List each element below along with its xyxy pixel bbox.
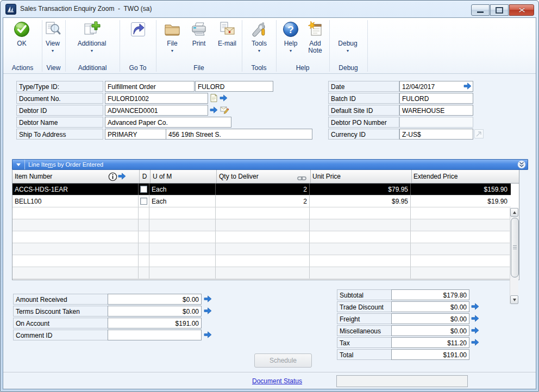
titlebar[interactable]: Sales Transaction Enquiry Zoom - TWO (sa… — [1, 1, 538, 17]
info-icon[interactable] — [108, 172, 116, 180]
table-row-empty[interactable] — [12, 243, 511, 255]
ok-button[interactable]: OK — [8, 20, 36, 64]
debtor-po-number-value[interactable] — [399, 117, 473, 128]
debtor-id-drilldown-arrow[interactable] — [210, 106, 218, 113]
group-label-file: File — [156, 64, 242, 72]
miscellaneous-drilldown-arrow[interactable] — [471, 327, 479, 334]
table-row-empty[interactable] — [12, 267, 511, 279]
total-value[interactable]: $191.00 — [391, 349, 469, 360]
email-button[interactable]: E-mail — [213, 20, 241, 64]
document-no-label: Document No. — [16, 93, 103, 104]
tools-button[interactable]: Tools ▼ — [247, 20, 272, 64]
date-value[interactable]: 12/04/2017 — [399, 81, 473, 92]
view-button[interactable]: View ▼ — [41, 20, 65, 64]
scroll-up-button[interactable] — [510, 208, 518, 217]
col-header-extended-price[interactable]: Extended Price — [413, 173, 457, 180]
table-row-empty[interactable] — [12, 255, 511, 267]
close-button[interactable] — [509, 4, 534, 16]
terms-discount-drilldown-arrow[interactable] — [204, 307, 212, 314]
print-button[interactable]: Print — [186, 20, 212, 64]
minimize-icon — [477, 11, 484, 13]
email-button-label: E-mail — [213, 40, 241, 47]
note-icon[interactable] — [209, 93, 218, 103]
table-row-empty[interactable] — [12, 207, 511, 219]
col-header-item-number[interactable]: Item Number — [15, 173, 52, 180]
additional-button[interactable]: Additional ▼ — [68, 20, 115, 64]
debug-button[interactable]: Debug ▼ — [333, 20, 363, 64]
chevron-down-icon: ▼ — [333, 49, 363, 53]
document-no-drilldown-arrow[interactable] — [220, 94, 228, 102]
col-header-uofm[interactable]: U of M — [153, 173, 172, 180]
cell-item-number: ACCS-HDS-1EAR — [12, 184, 139, 195]
default-site-id-value[interactable]: WAREHOUSE — [399, 105, 473, 116]
subtotal-value[interactable]: $179.80 — [391, 289, 469, 300]
comment-id-drilldown-arrow[interactable] — [204, 331, 212, 338]
show-details-button[interactable] — [517, 160, 526, 169]
comment-id-value[interactable] — [108, 330, 202, 340]
debug-icon-placeholder — [339, 21, 356, 38]
miscellaneous-value[interactable]: $0.00 — [391, 325, 469, 336]
tax-value[interactable]: $11.20 — [391, 337, 469, 348]
debtor-name-label: Debtor Name — [16, 117, 103, 128]
debtor-name-value[interactable]: Advanced Paper Co. — [105, 117, 231, 128]
ship-to-address-label: Ship To Address — [16, 129, 103, 140]
freight-label: Freight — [337, 313, 392, 324]
schedule-button[interactable]: Schedule — [254, 353, 312, 368]
dynamics-gp-logo-icon[interactable] — [5, 4, 16, 15]
cell-d — [139, 195, 149, 207]
table-row-empty[interactable] — [12, 219, 511, 231]
cell-qty: 2 — [216, 195, 310, 207]
table-row-empty[interactable] — [12, 231, 511, 243]
freight-value[interactable]: $0.00 — [391, 313, 469, 324]
currency-id-value[interactable]: Z-US$ — [399, 129, 473, 140]
vertical-scrollbar[interactable] — [510, 208, 518, 304]
col-header-qty[interactable]: Qty to Deliver — [219, 173, 259, 180]
terms-discount-label: Terms Discount Taken — [13, 306, 108, 317]
on-account-value[interactable]: $191.00 — [108, 318, 202, 328]
debtor-id-value[interactable]: ADVANCED0001 — [105, 105, 208, 116]
amount-received-drilldown-arrow[interactable] — [204, 295, 212, 302]
miscellaneous-label: Miscellaneous — [337, 325, 392, 336]
ship-to-address-id[interactable]: PRIMARY — [105, 129, 166, 140]
col-header-unit-price[interactable]: Unit Price — [312, 173, 341, 180]
document-status-link[interactable]: Document Status — [252, 377, 302, 385]
scrollbar-thumb[interactable] — [511, 218, 519, 277]
terms-discount-value[interactable]: $0.00 — [108, 306, 202, 317]
cell-d — [139, 184, 149, 195]
add-note-button[interactable]: Add Note — [303, 20, 327, 64]
maximize-button[interactable] — [490, 4, 509, 16]
ok-icon — [13, 21, 30, 38]
trade-discount-drilldown-arrow[interactable] — [471, 303, 479, 310]
ok-button-label: OK — [8, 40, 36, 47]
trade-discount-value[interactable]: $0.00 — [391, 301, 469, 312]
type-id-value[interactable]: FULORD — [195, 81, 273, 92]
debug-button-label: Debug — [333, 40, 363, 47]
date-drilldown-arrow[interactable] — [463, 83, 472, 90]
scroll-down-button[interactable] — [510, 295, 518, 304]
line-items-view-dropdown-button[interactable] — [12, 160, 25, 169]
goto-button[interactable] — [125, 20, 151, 64]
batch-id-value[interactable]: FULORD — [399, 93, 473, 104]
freight-drilldown-arrow[interactable] — [471, 315, 479, 322]
col-header-d[interactable]: D — [139, 173, 150, 180]
add-note-button-label: Add Note — [306, 40, 324, 54]
document-no-value[interactable]: FULORD1002 — [105, 93, 208, 104]
grid-column-headers: Item Number D U of M Qty to Deliver Unit… — [12, 170, 519, 184]
checkbox[interactable] — [140, 198, 147, 205]
type-label: Type/Type ID: — [16, 81, 103, 92]
table-row[interactable]: BELL100 Each 2 $9.95 $19.90 — [12, 195, 511, 207]
type-value[interactable]: Fulfillment Order — [105, 81, 195, 92]
write-letter-icon[interactable] — [220, 105, 229, 114]
table-row-selected[interactable]: ACCS-HDS-1EAR Each 2 $79.95 $159.90 — [12, 184, 511, 195]
amount-received-value[interactable]: $0.00 — [108, 294, 202, 305]
help-button[interactable]: ? Help ▼ — [279, 20, 302, 64]
tax-drilldown-arrow[interactable] — [471, 339, 479, 346]
item-drilldown-arrow[interactable] — [118, 173, 126, 180]
window-title: Sales Transaction Enquiry Zoom - TWO (sa… — [20, 5, 152, 12]
cell-unit-price: $9.95 — [310, 195, 411, 207]
checkbox[interactable] — [140, 186, 147, 193]
file-button[interactable]: File ▼ — [160, 20, 185, 64]
toolbar: OK View ▼ Additional ▼ — [3, 18, 536, 74]
minimize-button[interactable] — [471, 4, 490, 16]
ship-to-address-line[interactable]: 456 19th Street S. — [166, 129, 312, 140]
